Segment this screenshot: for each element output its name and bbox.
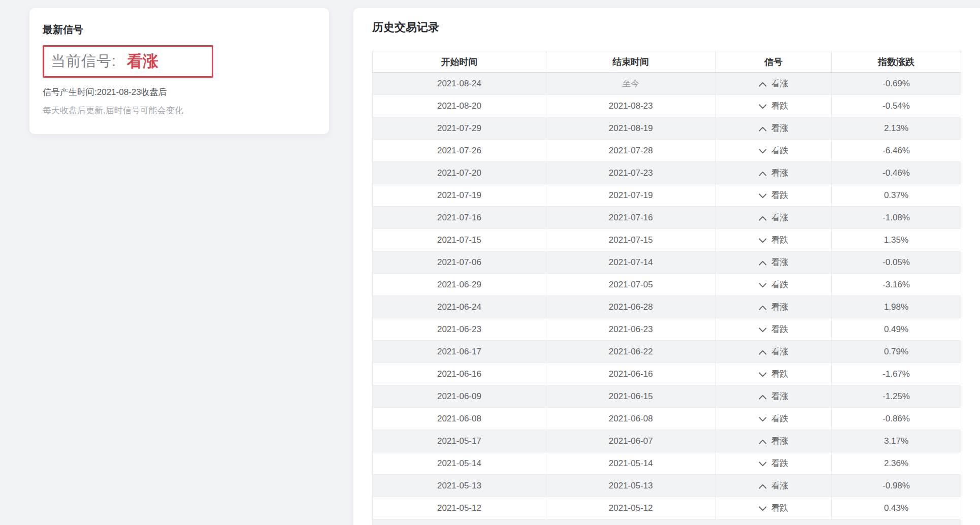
start-date-cell: 2021-06-08 [373,408,546,430]
table-row: 2021-05-142021-05-14看跌2.36% [373,452,961,475]
index-change-cell: -3.16% [831,274,961,296]
signal-label: 看跌 [771,369,789,379]
end-date-cell: 2021-07-15 [546,229,715,251]
table-row: 2021-07-162021-07-16看涨-1.08% [373,207,961,229]
start-date-cell: 2021-06-17 [373,341,546,363]
signal-cell: 看涨 [715,251,831,274]
end-date-cell: 2021-07-05 [546,274,715,296]
start-date-cell: 2021-05-12 [373,497,546,519]
history-table: 开始时间 结束时间 信号 指数涨跌 2021-08-24至今看涨-0.69%20… [372,51,961,519]
start-date-cell: 2021-07-26 [373,140,546,162]
history-panel: 历史交易记录 开始时间 结束时间 信号 指数涨跌 2021-08-24至今看涨-… [353,8,980,525]
current-signal-value: 看涨 [127,51,158,72]
start-date-cell: 2021-07-06 [373,251,546,274]
signal-label: 看跌 [771,324,789,334]
col-header-start-time: 开始时间 [373,51,546,73]
signal-label: 看涨 [771,123,789,133]
index-change-cell: -0.05% [831,251,961,274]
caret-up-icon [759,439,767,444]
start-date-cell: 2021-06-29 [373,274,546,296]
table-row: 2021-06-292021-07-05看跌-3.16% [373,274,961,296]
signal-label: 看跌 [771,503,789,513]
signal-label: 看跌 [771,280,789,289]
start-date-cell: 2021-06-09 [373,385,546,408]
end-date-cell: 2021-05-13 [546,475,715,497]
start-date-cell: 2021-07-20 [373,162,546,184]
end-date-cell: 2021-06-08 [546,408,715,430]
index-change-cell: -1.08% [831,207,961,229]
index-change-cell: -1.25% [831,385,961,408]
end-date-cell: 2021-08-19 [546,117,715,140]
caret-down-icon [759,417,767,422]
signal-time-text: 信号产生时间:2021-08-23收盘后 [43,86,316,98]
history-title: 历史交易记录 [372,20,961,35]
end-date-cell: 2021-08-23 [546,95,715,117]
start-date-cell: 2021-05-14 [373,452,546,475]
signal-label: 看涨 [771,436,789,446]
table-row: 2021-07-292021-08-19看涨2.13% [373,117,961,140]
signal-cell: 看涨 [715,73,831,95]
end-date-cell: 2021-05-12 [546,497,715,519]
caret-up-icon [759,216,767,221]
signal-cell: 看跌 [715,408,831,430]
index-change-cell: -0.69% [831,73,961,95]
table-row: 2021-07-192021-07-19看跌0.37% [373,184,961,207]
table-row-partial [372,519,961,525]
caret-up-icon [759,82,767,87]
caret-up-icon [759,126,767,132]
signal-cell: 看跌 [715,363,831,385]
index-change-cell: -0.86% [831,408,961,430]
index-change-cell: -6.46% [831,140,961,162]
end-date-cell: 2021-07-23 [546,162,715,184]
signal-cell: 看跌 [715,140,831,162]
caret-down-icon [759,283,767,288]
start-date-cell: 2021-07-15 [373,229,546,251]
start-date-cell: 2021-07-29 [373,117,546,140]
signal-cell: 看涨 [715,341,831,363]
start-date-cell: 2021-05-13 [373,475,546,497]
caret-up-icon [759,484,767,489]
signal-label: 看跌 [771,414,789,423]
signal-label: 看跌 [771,458,789,468]
index-change-cell: 3.17% [831,430,961,452]
signal-label: 看涨 [771,302,789,312]
table-row: 2021-08-202021-08-23看跌-0.54% [373,95,961,117]
table-row: 2021-06-162021-06-16看跌-1.67% [373,363,961,385]
signal-card-title: 最新信号 [43,23,316,36]
caret-up-icon [759,305,767,310]
signal-label: 看跌 [771,190,789,200]
end-date-cell: 2021-07-14 [546,251,715,274]
end-date-cell: 2021-07-16 [546,207,715,229]
table-row: 2021-06-232021-06-23看跌0.49% [373,318,961,341]
caret-down-icon [759,149,767,154]
signal-label: 看涨 [771,168,789,178]
signal-cell: 看跌 [715,274,831,296]
page: { "colors": { "up_red": "#d6434f", "down… [0,0,980,525]
start-date-cell: 2021-06-23 [373,318,546,341]
start-date-cell: 2021-07-16 [373,207,546,229]
signal-cell: 看涨 [715,162,831,184]
caret-down-icon [759,193,767,199]
signal-cell: 看跌 [715,229,831,251]
index-change-cell: -0.54% [831,95,961,117]
end-date-cell: 2021-06-07 [546,430,715,452]
signal-cell: 看涨 [715,207,831,229]
start-date-cell: 2021-07-19 [373,184,546,207]
signal-label: 看涨 [771,391,789,401]
caret-up-icon [759,171,767,176]
signal-label: 看涨 [771,481,789,490]
current-signal-label: 当前信号: [51,51,116,72]
caret-up-icon [759,260,767,266]
index-change-cell: 0.37% [831,184,961,207]
table-row: 2021-06-092021-06-15看涨-1.25% [373,385,961,408]
history-table-body: 2021-08-24至今看涨-0.69%2021-08-202021-08-23… [373,73,961,519]
caret-down-icon [759,104,767,109]
signal-label: 看涨 [771,213,789,222]
col-header-end-time: 结束时间 [546,51,715,73]
signal-cell: 看涨 [715,430,831,452]
table-row: 2021-07-152021-07-15看跌1.35% [373,229,961,251]
col-header-signal: 信号 [715,51,831,73]
history-table-header: 开始时间 结束时间 信号 指数涨跌 [373,51,961,73]
start-date-cell: 2021-08-24 [373,73,546,95]
end-date-cell: 2021-06-28 [546,296,715,318]
